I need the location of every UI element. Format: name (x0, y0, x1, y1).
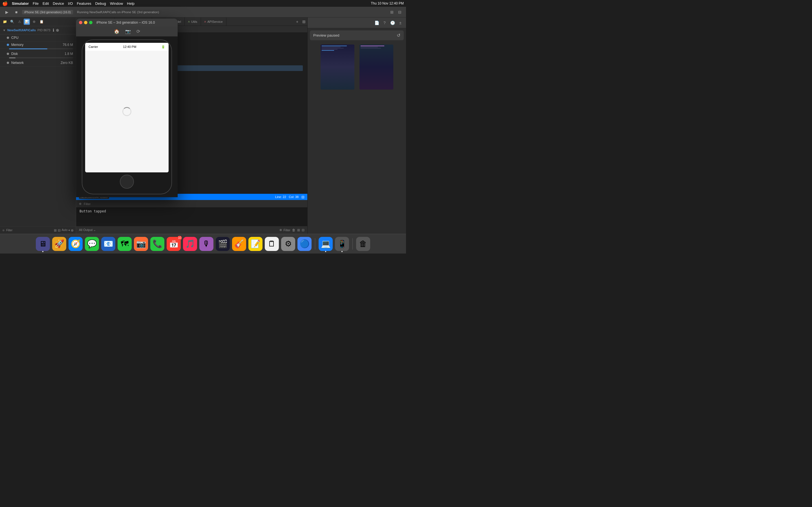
process-name: NewSwifUIAPiCalls (7, 29, 36, 32)
menu-file[interactable]: File (33, 1, 39, 6)
issues-nav-btn[interactable]: ⚠ (16, 18, 22, 25)
simulator-title: iPhone SE – 3rd generation – iOS 16.0 (96, 20, 155, 24)
dock-maps[interactable]: 🗺 (117, 237, 132, 251)
menu-help[interactable]: Help (127, 1, 135, 6)
window-close-button[interactable] (79, 21, 82, 24)
dock-launchpad[interactable]: 🚀 (52, 237, 66, 251)
memory-value: 76.6 M (63, 43, 73, 47)
cpu-metric: CPU (0, 34, 76, 41)
search-nav-btn[interactable]: 🔍 (9, 18, 15, 25)
line-number: Line: 22 (275, 195, 286, 199)
trash-icon[interactable]: 🗑 (292, 228, 296, 232)
reports-nav-btn[interactable]: 📋 (38, 18, 45, 25)
notes-icon: 📝 (251, 239, 260, 248)
run-button[interactable]: ▶ (3, 9, 11, 15)
dock-chrome[interactable]: 🔵 (297, 237, 312, 251)
menu-io[interactable]: I/O (68, 1, 73, 6)
simulator-window: iPhone SE – 3rd generation – iOS 16.0 🏠 … (76, 18, 177, 197)
inspector-toggle[interactable]: ⊟ (396, 9, 403, 15)
more-icon[interactable]: ⊕ (71, 228, 73, 232)
navigator-toggle[interactable]: ⊞ (389, 9, 395, 15)
console-split-icon[interactable]: ⊞ (297, 228, 300, 232)
calendar-icon: 📅 (169, 239, 179, 248)
dock-podcasts[interactable]: 🎙 (199, 237, 213, 251)
inspector-toolbar: 📄 ? 🕐 ± (308, 17, 406, 28)
running-status: Running NewSwifUIAPiCalls on iPhone SE (… (75, 10, 161, 14)
menu-edit[interactable]: Edit (43, 1, 49, 6)
inspector-file-btn[interactable]: 📄 (373, 19, 380, 26)
layout-toggle-icon[interactable]: ⊟ (301, 195, 305, 199)
console-filter-right[interactable]: Filter (284, 228, 290, 232)
menu-debug[interactable]: Debug (95, 1, 106, 6)
menu-simulator[interactable]: Simulator (12, 1, 29, 6)
apple-menu[interactable]: 🍎 (2, 1, 8, 6)
dock-calendar[interactable]: 📅 10 (167, 237, 181, 251)
cpu-label: CPU (11, 36, 71, 40)
console-toggle-icon[interactable]: ⊟ (302, 228, 305, 232)
col-number: Col: 38 (289, 195, 299, 199)
console-filter-label[interactable]: Filter (84, 202, 91, 206)
menubar: 🍎 Simulator File Edit Device I/O Feature… (0, 0, 406, 7)
home-toolbar-icon[interactable]: 🏠 (114, 29, 119, 34)
debug-console: ⊕ Filter Button tapped All Output ⌄ ⊕ Fi… (76, 200, 307, 234)
dock-music[interactable]: 🎵 (183, 237, 197, 251)
preview-refresh-button[interactable]: ↺ (397, 33, 400, 38)
add-tab-button[interactable]: + (294, 18, 301, 25)
iphone-home-button[interactable] (120, 175, 134, 189)
add-icon[interactable]: ⊟ (58, 228, 61, 232)
menu-window[interactable]: Window (110, 1, 123, 6)
dock-mail[interactable]: 📧 (101, 237, 115, 251)
tab-label-utils: Utils (191, 20, 197, 23)
debug-nav-btn[interactable]: 📊 (24, 18, 30, 25)
network-value: Zero KB (61, 61, 73, 65)
trash-dock-icon: 🗑 (359, 239, 367, 248)
thumb-line3 (322, 48, 344, 48)
window-maximize-button[interactable] (89, 21, 93, 24)
menu-device[interactable]: Device (53, 1, 64, 6)
dock-instruments[interactable]: 🎸 (232, 237, 246, 251)
rotate-toolbar-icon[interactable]: ⟳ (137, 29, 140, 34)
screenshot-toolbar-icon[interactable]: 📷 (125, 29, 131, 34)
all-output-selector[interactable]: All Output ⌄ (79, 228, 96, 232)
dock-finder[interactable]: 🖥 (36, 237, 50, 251)
inspector-quick-btn[interactable]: ? (381, 19, 388, 26)
preview-paused-label: Preview paused (313, 33, 340, 38)
inspector-changes-btn[interactable]: ± (397, 19, 404, 26)
dock-facetime[interactable]: 📞 (150, 237, 164, 251)
dock-simulator[interactable]: 📱 (335, 237, 349, 251)
tab-utils[interactable]: A Utils (185, 17, 201, 26)
phone-body: Carrier 12:40 PM 🔋 (76, 37, 177, 197)
split-editor-button[interactable]: ⊞ (301, 18, 307, 25)
console-filter-icon: ⊕ (79, 202, 82, 206)
dock-messages[interactable]: 💬 (85, 237, 99, 251)
window-minimize-button[interactable] (84, 21, 87, 24)
dock-xcode[interactable]: 💻 (319, 237, 333, 251)
iphone-screen[interactable]: Carrier 12:40 PM 🔋 (85, 43, 168, 172)
breakpoints-nav-btn[interactable]: ⊕ (31, 18, 37, 25)
preview-thumbnails (310, 43, 404, 91)
dock-safari[interactable]: 🧭 (68, 237, 83, 251)
tab-apiservice[interactable]: A APIService (201, 17, 226, 26)
cpu-dot (7, 37, 9, 39)
split-view-icon[interactable]: ⊞ (54, 228, 57, 232)
dock-sysprefs[interactable]: ⚙ (281, 237, 295, 251)
folder-nav-btn[interactable]: 📁 (2, 18, 8, 25)
console-output: Button tapped (76, 208, 307, 226)
device-selector[interactable]: iPhone SE (3rd generation) (16.0) (24, 10, 71, 14)
stop-button[interactable]: ■ (12, 9, 20, 15)
simulator-titlebar: iPhone SE – 3rd generation – iOS 16.0 (76, 18, 177, 26)
thumb2-line1 (361, 46, 384, 46)
podcasts-icon: 🎙 (202, 239, 210, 248)
dock: 🖥 🚀 🧭 💬 📧 🗺 📷 📞 📅 10 🎵 🎙 🎬 🎸 📝 🗒 (0, 234, 406, 253)
dock-photos[interactable]: 📷 (134, 237, 148, 251)
inspector-history-btn[interactable]: 🕐 (389, 19, 396, 26)
iphone-battery: 🔋 (161, 45, 165, 49)
dock-tv[interactable]: 🎬 (216, 237, 230, 251)
menu-features[interactable]: Features (77, 1, 91, 6)
console-text: Button tapped (80, 209, 106, 213)
dock-trash[interactable]: 🗑 (356, 237, 370, 251)
filter-label: Filter (6, 229, 12, 232)
dock-reminders[interactable]: 🗒 (265, 237, 279, 251)
cpu-gauge-icon: ⊕ (56, 28, 59, 33)
dock-notes[interactable]: 📝 (248, 237, 262, 251)
